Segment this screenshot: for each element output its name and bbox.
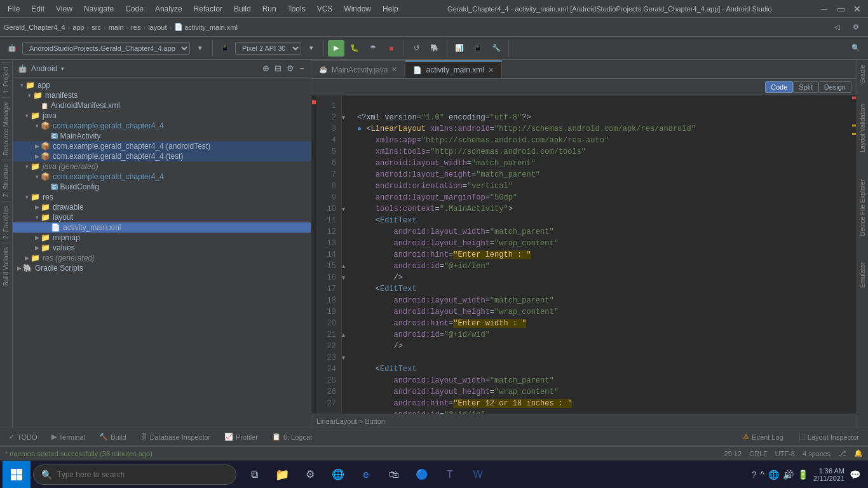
avd-button[interactable]: 📱: [470, 40, 486, 57]
tree-item-androidmanifest[interactable]: 📋 AndroidManifest.xml: [13, 100, 311, 111]
breadcrumb-project[interactable]: Gerald_Chapter4_4: [4, 24, 65, 31]
collapse-all-button[interactable]: ⊟: [273, 62, 283, 74]
charset[interactable]: UTF-8: [775, 450, 795, 458]
tree-item-gradle-scripts[interactable]: ▶ 🐘 Gradle Scripts: [13, 263, 311, 273]
hide-sidebar-button[interactable]: −: [298, 62, 306, 74]
breadcrumb-main[interactable]: main: [109, 24, 124, 31]
tree-item-drawable[interactable]: ▶ 📁 drawable: [13, 202, 311, 212]
taskbar-edge[interactable]: 🌐: [325, 462, 351, 487]
sync-button[interactable]: ↺: [408, 40, 424, 57]
code-content[interactable]: <?xml version="1.0" encoding="utf-8"?> ●…: [352, 95, 851, 414]
code-editor[interactable]: 1 2 3 4 5 6 7 8 9 10 11 12 13 14 15 16 1…: [311, 95, 857, 414]
tree-item-buildconfig[interactable]: C BuildConfig: [13, 182, 311, 192]
toggle-androidtest[interactable]: ▶: [33, 143, 41, 149]
maximize-button[interactable]: ▭: [835, 3, 846, 15]
settings-gear-icon[interactable]: ⚙: [285, 62, 295, 74]
bottom-tab-event-log[interactable]: ⚠ Event Log: [736, 430, 790, 444]
taskbar-clock[interactable]: 1:36 AM 2/11/2021: [813, 467, 844, 482]
taskbar-file-explorer[interactable]: 📁: [269, 462, 295, 487]
tree-item-package-androidtest[interactable]: ▶ 📦 com.example.gerald_chapter4_4 (andro…: [13, 141, 311, 151]
breadcrumb-src[interactable]: src: [92, 24, 101, 31]
fold-arrow-2[interactable]: ▾: [342, 112, 352, 123]
tree-item-layout[interactable]: ▾ 📁 layout: [13, 212, 311, 222]
menu-build[interactable]: Build: [231, 3, 254, 15]
taskbar-chrome[interactable]: 🔵: [409, 462, 435, 487]
tree-item-package-test[interactable]: ▶ 📦 com.example.gerald_chapter4_4 (test): [13, 151, 311, 161]
run-button[interactable]: ▶: [328, 40, 344, 57]
menu-run[interactable]: Run: [260, 3, 279, 15]
notification-center-icon[interactable]: 💬: [850, 470, 860, 480]
split-view-button[interactable]: Split: [793, 81, 818, 93]
fold-arrow-21[interactable]: ▴: [342, 329, 352, 341]
project-strip-label[interactable]: 1: Project: [1, 62, 11, 97]
breadcrumb-app[interactable]: app: [72, 24, 84, 31]
settings-button[interactable]: ⚙: [848, 19, 864, 36]
back-button[interactable]: ◁: [829, 19, 845, 36]
tree-item-res[interactable]: ▾ 📁 res: [13, 192, 311, 202]
tree-item-res-generated[interactable]: ▶ 📁 res (generated): [13, 253, 311, 263]
menu-code[interactable]: Code: [123, 3, 146, 15]
debug-button[interactable]: 🐛: [346, 40, 363, 57]
toggle-mipmap[interactable]: ▶: [33, 234, 41, 241]
gradle-panel-label[interactable]: Gradle: [858, 62, 867, 86]
bottom-tab-logcat[interactable]: 📋 6: Logcat: [266, 430, 318, 444]
breadcrumb-file[interactable]: activity_main.xml: [184, 24, 238, 31]
start-button[interactable]: [3, 461, 31, 489]
gradle-sync[interactable]: 🐘: [426, 40, 443, 57]
chevron-up-icon[interactable]: ^: [760, 470, 764, 480]
bottom-tab-terminal[interactable]: ▶ Terminal: [45, 430, 92, 444]
tree-item-mipmap[interactable]: ▶ 📁 mipmap: [13, 233, 311, 243]
tree-item-package-generated[interactable]: ▾ 📦 com.example.gerald_chapter4_4: [13, 172, 311, 182]
tree-item-activity-main[interactable]: 📄 activity_main.xml: [13, 222, 311, 233]
menu-file[interactable]: File: [5, 3, 22, 15]
menu-analyze[interactable]: Analyze: [153, 3, 185, 15]
structure-strip-label[interactable]: Z: Structure: [1, 159, 11, 201]
profiler-button[interactable]: 📊: [451, 40, 468, 57]
tree-item-package-main[interactable]: ▾ 📦 com.example.gerald_chapter4_4: [13, 121, 311, 131]
project-dropdown[interactable]: ▾: [192, 40, 208, 57]
close-button[interactable]: ✕: [851, 3, 863, 15]
menu-view[interactable]: View: [53, 3, 75, 15]
menu-help[interactable]: Help: [380, 3, 401, 15]
device-selector[interactable]: Pixel 2 API 30: [235, 42, 301, 55]
taskbar-task-view[interactable]: ⧉: [241, 462, 267, 487]
favorites-strip-label[interactable]: 2: Favorites: [1, 201, 11, 243]
fold-arrow-16[interactable]: ▾: [342, 272, 352, 283]
taskbar-store[interactable]: 🛍: [381, 462, 407, 487]
tree-item-java-generated[interactable]: ▾ 📁 java (generated): [13, 161, 311, 172]
close-activity-main-tab[interactable]: ✕: [488, 66, 494, 74]
breadcrumb-res[interactable]: res: [131, 24, 140, 31]
taskbar-teams[interactable]: T: [437, 462, 463, 487]
minimize-button[interactable]: ─: [818, 3, 830, 15]
tree-item-values[interactable]: ▶ 📁 values: [13, 243, 311, 253]
toggle-drawable[interactable]: ▶: [33, 204, 41, 210]
device-icon[interactable]: 📱: [217, 40, 233, 57]
toggle-java-generated[interactable]: ▾: [23, 163, 31, 170]
toggle-layout[interactable]: ▾: [33, 214, 41, 220]
fold-arrow-23[interactable]: ▾: [342, 352, 352, 363]
battery-icon[interactable]: 🔋: [797, 470, 808, 480]
taskbar-ie[interactable]: e: [353, 462, 379, 487]
bottom-tab-layout-inspector[interactable]: ⬚ Layout Inspector: [792, 430, 865, 444]
tab-activity-main[interactable]: 📄 activity_main.xml ✕: [405, 60, 501, 78]
bottom-tab-database-inspector[interactable]: 🗄 Database Inspector: [134, 431, 217, 444]
tree-item-java[interactable]: ▾ 📁 java: [13, 111, 311, 121]
emulator-label[interactable]: Emulator: [858, 260, 867, 290]
coverage-button[interactable]: ☂: [365, 40, 381, 57]
notifications-icon[interactable]: 🔔: [854, 449, 863, 458]
volume-icon[interactable]: 🔊: [783, 470, 794, 480]
tree-item-app[interactable]: ▾ 📁 app: [13, 80, 311, 90]
menu-vcs[interactable]: VCS: [315, 3, 336, 15]
device-dropdown[interactable]: ▾: [303, 40, 320, 57]
device-file-explorer-label[interactable]: Device File Explorer: [858, 177, 867, 238]
toggle-test[interactable]: ▶: [33, 153, 41, 159]
close-mainactivity-tab[interactable]: ✕: [391, 65, 397, 74]
help-icon[interactable]: ?: [752, 470, 757, 480]
indent-info[interactable]: 4 spaces: [803, 450, 831, 458]
toggle-package-main[interactable]: ▾: [33, 123, 41, 129]
layout-validation-label[interactable]: Layout Validation: [858, 102, 867, 155]
design-view-button[interactable]: Design: [818, 81, 851, 93]
menu-navigate[interactable]: Navigate: [81, 3, 116, 15]
toggle-gradle-scripts[interactable]: ▶: [15, 265, 23, 271]
build-variants-strip-label[interactable]: Build Variants: [1, 243, 11, 290]
